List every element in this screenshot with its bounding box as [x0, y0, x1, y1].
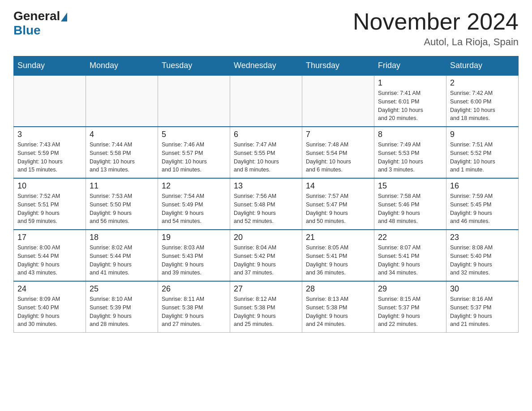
- day-number: 27: [234, 284, 298, 294]
- day-info: Sunrise: 8:16 AMSunset: 5:37 PMDaylight:…: [450, 295, 515, 329]
- calendar-cell: 25Sunrise: 8:10 AMSunset: 5:39 PMDayligh…: [86, 281, 158, 333]
- day-number: 9: [450, 130, 515, 139]
- day-info: Sunrise: 7:56 AMSunset: 5:48 PMDaylight:…: [234, 192, 298, 226]
- calendar-cell: 8Sunrise: 7:49 AMSunset: 5:53 PMDaylight…: [374, 127, 446, 178]
- day-info: Sunrise: 8:09 AMSunset: 5:40 PMDaylight:…: [17, 295, 82, 329]
- day-info: Sunrise: 7:48 AMSunset: 5:54 PMDaylight:…: [306, 141, 370, 174]
- calendar-cell: 20Sunrise: 8:04 AMSunset: 5:42 PMDayligh…: [230, 230, 302, 281]
- weekday-header-tuesday: Tuesday: [158, 56, 230, 76]
- day-info: Sunrise: 8:05 AMSunset: 5:41 PMDaylight:…: [306, 244, 370, 277]
- day-info: Sunrise: 7:47 AMSunset: 5:55 PMDaylight:…: [234, 141, 298, 174]
- day-number: 17: [17, 233, 82, 242]
- day-info: Sunrise: 8:07 AMSunset: 5:41 PMDaylight:…: [378, 244, 442, 277]
- calendar-cell: 2Sunrise: 7:42 AMSunset: 6:00 PMDaylight…: [446, 75, 519, 127]
- day-info: Sunrise: 7:54 AMSunset: 5:49 PMDaylight:…: [162, 192, 226, 226]
- day-number: 25: [90, 284, 154, 294]
- day-number: 6: [234, 130, 298, 139]
- day-info: Sunrise: 8:12 AMSunset: 5:38 PMDaylight:…: [234, 295, 298, 329]
- day-info: Sunrise: 7:49 AMSunset: 5:53 PMDaylight:…: [378, 141, 442, 174]
- weekday-header-row: SundayMondayTuesdayWednesdayThursdayFrid…: [14, 56, 519, 76]
- header: General Blue November 2024 Autol, La Rio…: [13, 9, 519, 48]
- day-number: 13: [234, 181, 298, 191]
- day-number: 8: [378, 130, 442, 139]
- calendar-cell: 15Sunrise: 7:58 AMSunset: 5:46 PMDayligh…: [374, 178, 446, 230]
- day-info: Sunrise: 8:08 AMSunset: 5:40 PMDaylight:…: [450, 244, 515, 277]
- day-info: Sunrise: 7:52 AMSunset: 5:51 PMDaylight:…: [17, 192, 82, 226]
- calendar-cell: 19Sunrise: 8:03 AMSunset: 5:43 PMDayligh…: [158, 230, 230, 281]
- calendar-cell: 26Sunrise: 8:11 AMSunset: 5:38 PMDayligh…: [158, 281, 230, 333]
- calendar-cell: [302, 75, 374, 127]
- day-number: 10: [17, 181, 82, 191]
- day-info: Sunrise: 7:43 AMSunset: 5:59 PMDaylight:…: [17, 141, 82, 174]
- day-number: 4: [90, 130, 154, 139]
- calendar-cell: [158, 75, 230, 127]
- calendar-week-row: 17Sunrise: 8:00 AMSunset: 5:44 PMDayligh…: [14, 230, 519, 281]
- day-number: 15: [378, 181, 442, 191]
- calendar-cell: 18Sunrise: 8:02 AMSunset: 5:44 PMDayligh…: [86, 230, 158, 281]
- day-number: 5: [162, 130, 226, 139]
- calendar-cell: 10Sunrise: 7:52 AMSunset: 5:51 PMDayligh…: [14, 178, 86, 230]
- calendar-cell: [86, 75, 158, 127]
- weekday-header-saturday: Saturday: [446, 56, 519, 76]
- day-info: Sunrise: 7:42 AMSunset: 6:00 PMDaylight:…: [450, 89, 515, 123]
- day-info: Sunrise: 8:10 AMSunset: 5:39 PMDaylight:…: [90, 295, 154, 329]
- calendar-cell: 29Sunrise: 8:15 AMSunset: 5:37 PMDayligh…: [374, 281, 446, 333]
- calendar-cell: 11Sunrise: 7:53 AMSunset: 5:50 PMDayligh…: [86, 178, 158, 230]
- day-info: Sunrise: 8:11 AMSunset: 5:38 PMDaylight:…: [162, 295, 226, 329]
- day-number: 11: [90, 181, 154, 191]
- day-number: 21: [306, 233, 370, 242]
- day-info: Sunrise: 7:46 AMSunset: 5:57 PMDaylight:…: [162, 141, 226, 174]
- calendar-cell: 5Sunrise: 7:46 AMSunset: 5:57 PMDaylight…: [158, 127, 230, 178]
- calendar-week-row: 3Sunrise: 7:43 AMSunset: 5:59 PMDaylight…: [14, 127, 519, 178]
- calendar-cell: 12Sunrise: 7:54 AMSunset: 5:49 PMDayligh…: [158, 178, 230, 230]
- month-year-title: November 2024: [353, 9, 519, 34]
- calendar-cell: 7Sunrise: 7:48 AMSunset: 5:54 PMDaylight…: [302, 127, 374, 178]
- weekday-header-thursday: Thursday: [302, 56, 374, 76]
- calendar-cell: 24Sunrise: 8:09 AMSunset: 5:40 PMDayligh…: [14, 281, 86, 333]
- day-number: 23: [450, 233, 515, 242]
- calendar-cell: 22Sunrise: 8:07 AMSunset: 5:41 PMDayligh…: [374, 230, 446, 281]
- day-number: 2: [450, 78, 515, 88]
- day-number: 12: [162, 181, 226, 191]
- day-number: 3: [17, 130, 82, 139]
- weekday-header-monday: Monday: [86, 56, 158, 76]
- logo: General Blue: [13, 9, 67, 38]
- calendar-table: SundayMondayTuesdayWednesdayThursdayFrid…: [13, 56, 519, 333]
- calendar-cell: 1Sunrise: 7:41 AMSunset: 6:01 PMDaylight…: [374, 75, 446, 127]
- day-info: Sunrise: 7:58 AMSunset: 5:46 PMDaylight:…: [378, 192, 442, 226]
- calendar-cell: 4Sunrise: 7:44 AMSunset: 5:58 PMDaylight…: [86, 127, 158, 178]
- weekday-header-friday: Friday: [374, 56, 446, 76]
- calendar-cell: 9Sunrise: 7:51 AMSunset: 5:52 PMDaylight…: [446, 127, 519, 178]
- calendar-cell: 16Sunrise: 7:59 AMSunset: 5:45 PMDayligh…: [446, 178, 519, 230]
- calendar-cell: 28Sunrise: 8:13 AMSunset: 5:38 PMDayligh…: [302, 281, 374, 333]
- logo-triangle-icon: [61, 13, 67, 21]
- day-info: Sunrise: 8:02 AMSunset: 5:44 PMDaylight:…: [90, 244, 154, 277]
- calendar-cell: 14Sunrise: 7:57 AMSunset: 5:47 PMDayligh…: [302, 178, 374, 230]
- calendar-cell: 30Sunrise: 8:16 AMSunset: 5:37 PMDayligh…: [446, 281, 519, 333]
- day-info: Sunrise: 8:13 AMSunset: 5:38 PMDaylight:…: [306, 295, 370, 329]
- day-info: Sunrise: 8:15 AMSunset: 5:37 PMDaylight:…: [378, 295, 442, 329]
- calendar-week-row: 24Sunrise: 8:09 AMSunset: 5:40 PMDayligh…: [14, 281, 519, 333]
- day-info: Sunrise: 7:53 AMSunset: 5:50 PMDaylight:…: [90, 192, 154, 226]
- weekday-header-wednesday: Wednesday: [230, 56, 302, 76]
- day-number: 16: [450, 181, 515, 191]
- calendar-cell: [14, 75, 86, 127]
- day-number: 20: [234, 233, 298, 242]
- calendar-cell: 23Sunrise: 8:08 AMSunset: 5:40 PMDayligh…: [446, 230, 519, 281]
- day-number: 7: [306, 130, 370, 139]
- calendar-cell: 3Sunrise: 7:43 AMSunset: 5:59 PMDaylight…: [14, 127, 86, 178]
- day-info: Sunrise: 7:51 AMSunset: 5:52 PMDaylight:…: [450, 141, 515, 174]
- day-number: 14: [306, 181, 370, 191]
- weekday-header-sunday: Sunday: [14, 56, 86, 76]
- calendar-cell: 6Sunrise: 7:47 AMSunset: 5:55 PMDaylight…: [230, 127, 302, 178]
- logo-blue-text: Blue: [13, 23, 41, 38]
- day-info: Sunrise: 7:41 AMSunset: 6:01 PMDaylight:…: [378, 89, 442, 123]
- day-number: 26: [162, 284, 226, 294]
- day-number: 1: [378, 78, 442, 88]
- day-info: Sunrise: 7:44 AMSunset: 5:58 PMDaylight:…: [90, 141, 154, 174]
- day-number: 19: [162, 233, 226, 242]
- day-info: Sunrise: 7:57 AMSunset: 5:47 PMDaylight:…: [306, 192, 370, 226]
- calendar-week-row: 10Sunrise: 7:52 AMSunset: 5:51 PMDayligh…: [14, 178, 519, 230]
- day-info: Sunrise: 8:03 AMSunset: 5:43 PMDaylight:…: [162, 244, 226, 277]
- logo-general-text: General: [13, 9, 60, 23]
